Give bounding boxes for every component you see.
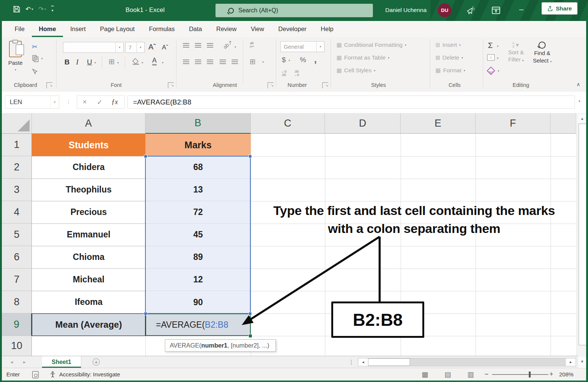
row-header-4[interactable]: 4 [2, 201, 32, 224]
find-select-button[interactable]: Find & Select ▾ [533, 42, 552, 64]
formula-input[interactable]: =AVERAGE(B2:B8 [127, 96, 575, 109]
redo-button[interactable]: ↷▾ [36, 5, 48, 13]
clear-dropdown-icon[interactable]: ▾ [498, 69, 499, 73]
alignment-dialog-launcher[interactable]: ↘ [268, 82, 274, 88]
font-color-icon[interactable]: A [152, 57, 157, 66]
row-header-7[interactable]: 7 [2, 269, 32, 291]
tab-review[interactable]: Review [209, 21, 244, 37]
decrease-decimal-icon[interactable]: .00→0 [294, 70, 299, 77]
align-center-icon[interactable] [195, 60, 201, 64]
currency-icon[interactable]: $ [282, 56, 286, 64]
format-cells-button[interactable]: ▦ Format▾ [435, 67, 465, 74]
ribbon-display-options-icon[interactable] [491, 6, 501, 16]
sheet-tab-sheet1[interactable]: Sheet1 [42, 356, 81, 368]
insert-cells-button[interactable]: ⊞ Insert▾ [435, 42, 461, 48]
row-header-5[interactable]: 5 [2, 224, 32, 246]
orientation-dropdown-icon[interactable]: ▾ [235, 45, 236, 49]
vertical-scrollbar-thumb[interactable] [579, 124, 587, 345]
font-color-dropdown-icon[interactable]: ▾ [162, 61, 163, 64]
page-layout-view-icon[interactable]: ▤ [444, 368, 451, 381]
sort-filter-button[interactable]: AZ▼ Sort & Filter ▾ [508, 42, 524, 63]
autosum-dropdown-icon[interactable]: ▾ [497, 45, 498, 48]
row-header-2[interactable]: 2 [2, 156, 32, 179]
account-name[interactable]: Daniel Uchenna [385, 7, 426, 13]
column-header-d[interactable]: D [325, 113, 401, 134]
decrease-font-size-icon[interactable]: Aˇ [162, 44, 168, 51]
tab-insert[interactable]: Insert [63, 21, 93, 37]
new-sheet-button[interactable]: + [93, 358, 100, 366]
row-header-1[interactable]: 1 [2, 134, 32, 156]
scroll-left-icon[interactable]: ◂ [358, 358, 368, 366]
cell-b5[interactable]: 45 [145, 224, 251, 246]
align-top-icon[interactable] [183, 43, 189, 48]
tab-formulas[interactable]: Formulas [142, 21, 182, 37]
row-header-10[interactable]: 10 [2, 336, 32, 356]
tab-developer[interactable]: Developer [271, 21, 314, 37]
cell-b6[interactable]: 89 [145, 246, 251, 269]
align-left-icon[interactable] [183, 60, 189, 64]
horizontal-scrollbar[interactable]: ◂ ▸ [358, 358, 576, 366]
merge-center-dropdown-icon[interactable]: ▾ [262, 60, 264, 64]
percent-icon[interactable]: % [300, 56, 306, 64]
sheet-nav-left-icon[interactable]: ◂ [10, 356, 13, 368]
scroll-right-icon[interactable]: ▸ [566, 358, 576, 366]
insert-function-icon[interactable]: ƒx [107, 98, 122, 106]
row-header-3[interactable]: 3 [2, 179, 32, 201]
share-button[interactable]: Share [542, 2, 578, 15]
align-bottom-icon[interactable] [207, 43, 213, 48]
expand-formula-bar-icon[interactable]: ▾ [579, 99, 581, 103]
tab-home[interactable]: Home [32, 21, 63, 37]
row-header-8[interactable]: 8 [2, 291, 32, 313]
row-header-6[interactable]: 6 [2, 246, 32, 269]
underline-button[interactable]: U [87, 58, 92, 66]
scroll-up-icon[interactable]: ▲ [578, 114, 587, 123]
column-header-partial[interactable] [551, 113, 576, 134]
zoom-in-icon[interactable]: + [549, 368, 554, 381]
column-header-b[interactable]: B [145, 113, 251, 134]
bold-button[interactable]: B [64, 58, 70, 66]
customize-qat-icon[interactable]: ▔▾ [49, 7, 56, 12]
cell-b2[interactable]: 68 [145, 156, 251, 179]
cancel-entry-icon[interactable]: × [77, 98, 92, 106]
format-painter-icon[interactable] [32, 68, 39, 76]
fill-color-icon[interactable] [132, 58, 139, 66]
cell-b9-editing[interactable]: =AVERAGE(B2:B8 [145, 313, 251, 336]
comma-style-icon[interactable]: , [314, 54, 317, 65]
decrease-indent-icon[interactable] [220, 60, 226, 64]
cell-a4[interactable]: Precious [32, 201, 145, 224]
avatar[interactable]: DU [438, 3, 452, 17]
accessibility-icon[interactable] [49, 371, 56, 379]
confirm-entry-icon[interactable]: ✓ [92, 98, 107, 106]
number-dialog-launcher[interactable]: ↘ [322, 82, 328, 88]
cell-a1[interactable]: Students [32, 134, 145, 156]
tab-help[interactable]: Help [314, 21, 341, 37]
cell-b3[interactable]: 13 [145, 179, 251, 201]
borders-dropdown-icon[interactable]: ▾ [117, 61, 119, 64]
horizontal-scrollbar-thumb[interactable] [368, 358, 410, 366]
column-header-e[interactable]: E [401, 113, 476, 134]
tab-splitter-icon[interactable]: ⋮ [349, 359, 354, 366]
cell-b7[interactable]: 12 [145, 269, 251, 291]
cell-styles-button[interactable]: ▦ Cell Styles▾ [337, 67, 375, 74]
cell-a5[interactable]: Emmanuel [32, 224, 145, 246]
page-break-view-icon[interactable]: ▥ [467, 368, 474, 381]
undo-button[interactable]: ↶▾ [24, 5, 35, 13]
clear-eraser-icon[interactable] [487, 67, 495, 75]
copy-icon[interactable] [32, 55, 39, 64]
cell-a6[interactable]: Chioma [32, 246, 145, 269]
clipboard-dialog-launcher[interactable]: ↘ [46, 82, 52, 88]
accessibility-status[interactable]: Accessibility: Investigate [59, 368, 120, 381]
fill-icon[interactable]: ↓ [487, 54, 495, 61]
zoom-slider-thumb[interactable] [529, 372, 531, 378]
borders-icon[interactable]: ⊞ [109, 57, 115, 66]
sheet-nav-right-icon[interactable]: ▸ [23, 356, 26, 368]
increase-font-size-icon[interactable]: Aˆ [148, 43, 156, 51]
cell-a8[interactable]: Ifeoma [32, 291, 145, 313]
column-header-f[interactable]: F [476, 113, 551, 134]
zoom-slider[interactable] [492, 374, 548, 375]
whats-new-megaphone-icon[interactable] [466, 5, 476, 16]
autosum-icon[interactable]: Σ [488, 41, 493, 50]
cell-b4[interactable]: 72 [145, 201, 251, 224]
tab-file[interactable]: File [7, 21, 32, 37]
paste-button[interactable]: Paste ▾ [8, 41, 22, 72]
